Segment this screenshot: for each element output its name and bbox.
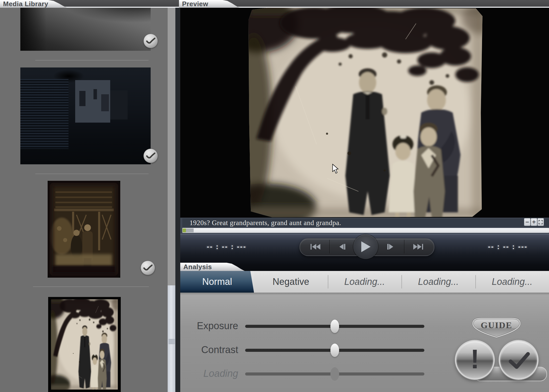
exposure-slider-row: Exposure — [180, 319, 438, 334]
preview-photo — [248, 8, 484, 218]
check-icon — [142, 262, 154, 274]
alert-button[interactable]: ! — [455, 340, 495, 380]
loading-slider — [245, 372, 424, 376]
fit-screen-icon — [538, 220, 543, 224]
zoom-controls: − + — [524, 218, 544, 226]
media-library-scrollbar[interactable] — [168, 8, 175, 392]
panel-divider — [175, 7, 180, 392]
caption-strip: 1920s? Great grandparents, grand aunt an… — [182, 218, 549, 227]
divider — [329, 240, 330, 253]
loading-slider-row: Loading — [180, 366, 438, 382]
tab-normal[interactable]: Normal — [180, 271, 254, 293]
analysis-tab-row: Normal Negative Loading... Loading... Lo… — [180, 271, 549, 293]
media-thumbnail-dark-room[interactable] — [20, 67, 151, 164]
media-thumbnail-interior[interactable] — [20, 8, 151, 51]
tab-negative[interactable]: Negative — [254, 271, 328, 293]
transport-controls — [299, 238, 434, 256]
media-library-panel: Media Library — [0, 0, 176, 392]
play-button[interactable] — [353, 234, 378, 259]
app-window: Media Library — [0, 0, 549, 392]
loading-slider-label: Loading — [180, 368, 238, 379]
contrast-slider-thumb[interactable] — [330, 344, 339, 357]
step-back-icon — [337, 243, 349, 251]
check-icon — [144, 150, 157, 162]
scrollbar-progress-marker — [183, 228, 186, 232]
media-thumbnail-tintype-family[interactable] — [48, 297, 121, 392]
list-divider — [33, 286, 149, 287]
divider — [404, 240, 405, 253]
contrast-slider-row: Contrast — [180, 343, 438, 358]
guide-badge[interactable]: GUIDE — [469, 317, 524, 339]
timecode-left: -- : -- : --- — [191, 243, 263, 251]
scrollbar-grip — [169, 339, 175, 344]
checkmark-icon — [504, 346, 533, 374]
tintype-family-art — [51, 299, 118, 390]
step-forward-button[interactable] — [384, 242, 396, 251]
check-badge[interactable] — [143, 149, 158, 163]
mouse-cursor-icon — [332, 164, 339, 174]
tab-loading-3[interactable]: Loading... — [475, 271, 549, 293]
preview-canvas[interactable] — [180, 8, 549, 218]
preview-panel: Preview 1920s? Great grandparents, grand… — [180, 0, 549, 392]
contrast-slider[interactable] — [245, 349, 424, 352]
scrollbar-thumb[interactable] — [186, 228, 194, 232]
skip-end-icon — [412, 243, 424, 251]
exposure-slider[interactable] — [245, 325, 424, 328]
preview-title: Preview — [179, 0, 208, 8]
list-divider — [35, 174, 149, 174]
exclamation-icon: ! — [470, 346, 479, 372]
fit-screen-button[interactable] — [537, 218, 544, 226]
skip-end-button[interactable] — [412, 242, 424, 251]
analysis-title: Analysis — [180, 263, 212, 271]
transport-bar: -- : -- : --- — [180, 234, 549, 271]
analysis-content: Exposure Contrast Loading — [180, 293, 549, 392]
guide-label: GUIDE — [481, 320, 512, 330]
zoom-in-button[interactable]: + — [531, 218, 537, 226]
zoom-out-button[interactable]: − — [524, 218, 530, 226]
check-icon — [144, 35, 157, 47]
contrast-label: Contrast — [180, 344, 238, 355]
media-library-title: Media Library — [0, 0, 48, 8]
list-divider — [35, 60, 149, 61]
step-forward-icon — [384, 243, 396, 251]
photo-caption: 1920s? Great grandparents, grand aunt an… — [182, 219, 341, 227]
tab-loading-1[interactable]: Loading... — [328, 271, 401, 293]
exposure-slider-thumb[interactable] — [330, 320, 339, 333]
preview-horizontal-scrollbar[interactable] — [182, 228, 549, 233]
tab-loading-2[interactable]: Loading... — [401, 271, 475, 293]
scrollbar-thumb[interactable] — [168, 285, 175, 392]
top-header-bar — [0, 0, 549, 8]
skip-start-icon — [310, 243, 322, 251]
check-badge[interactable] — [143, 34, 158, 48]
play-icon — [361, 241, 371, 253]
loading-slider-thumb — [330, 367, 339, 381]
confirm-button[interactable] — [499, 340, 538, 380]
step-back-button[interactable] — [337, 242, 349, 251]
media-thumbnail-tintype-portrait[interactable] — [48, 181, 120, 278]
tintype-portrait-art — [48, 181, 120, 278]
timecode-right: -- : -- : --- — [472, 243, 544, 251]
caption-bar: 1920s? Great grandparents, grand aunt an… — [180, 218, 549, 234]
check-badge[interactable] — [141, 261, 155, 275]
tintype-family-art — [248, 8, 484, 218]
skip-start-button[interactable] — [310, 242, 322, 251]
exposure-label: Exposure — [180, 320, 238, 331]
